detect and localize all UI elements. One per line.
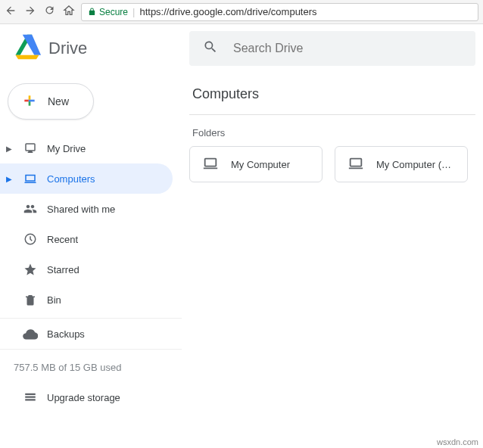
sidebar-item-label: Shared with me [47, 204, 115, 215]
storage-text: 757.5 MB of 15 GB used [0, 350, 182, 382]
reload-icon[interactable] [44, 5, 55, 19]
laptop-icon [202, 155, 219, 174]
browser-toolbar: Secure | https://drive.google.com/drive/… [0, 0, 483, 24]
logo-area: Drive [0, 33, 189, 64]
watermark: wsxdn.com [437, 437, 478, 446]
search-box[interactable] [189, 31, 475, 66]
backups-section: Backups [0, 319, 182, 350]
app-name: Drive [48, 39, 87, 58]
folder-card[interactable]: My Computer [189, 146, 323, 182]
sidebar-item-label: Computers [47, 173, 95, 185]
sidebar-item-label: My Drive [47, 143, 86, 154]
search-wrap [189, 31, 483, 66]
chevron-right-icon[interactable]: ▶ [5, 175, 14, 183]
home-icon[interactable] [63, 5, 75, 20]
chevron-right-icon[interactable]: ▶ [5, 145, 14, 153]
laptop-icon [347, 155, 364, 174]
sidebar-item-label: Recent [47, 234, 78, 245]
sidebar-item-shared[interactable]: Shared with me [0, 194, 173, 224]
url-separator: | [132, 6, 135, 17]
back-icon[interactable] [5, 5, 17, 20]
sidebar-item-label: Backups [47, 328, 85, 340]
computers-icon [23, 172, 38, 185]
sidebar-item-computers[interactable]: ▶ Computers [0, 163, 173, 194]
folder-card[interactable]: My Computer (1… [335, 146, 468, 182]
secure-label: Secure [99, 7, 128, 17]
people-icon [23, 202, 38, 216]
url-text: https://drive.google.com/drive/computers [139, 6, 316, 17]
drive-logo-icon [14, 33, 41, 64]
drive-icon [23, 142, 38, 155]
secure-indicator: Secure [88, 7, 128, 17]
sidebar-item-recent[interactable]: Recent [0, 224, 173, 254]
page-title: Computers [189, 73, 475, 115]
new-button[interactable]: New [8, 83, 94, 120]
new-button-label: New [48, 95, 69, 107]
browser-nav-icons [5, 5, 75, 20]
main-panel: Computers Folders My Computer My Compute… [182, 73, 483, 434]
nav-list: ▶ My Drive ▶ Computers Shared with me Re… [0, 133, 182, 319]
folder-label: My Computer (1… [376, 159, 455, 170]
forward-icon[interactable] [24, 5, 36, 20]
trash-icon [23, 293, 38, 306]
content-area: New ▶ My Drive ▶ Computers Shared with m… [0, 73, 483, 434]
svg-rect-1 [205, 158, 217, 166]
star-icon [23, 263, 38, 276]
app-header: Drive [0, 24, 483, 73]
sidebar: New ▶ My Drive ▶ Computers Shared with m… [0, 73, 182, 434]
sidebar-item-label: Bin [47, 294, 61, 306]
plus-icon [20, 92, 39, 112]
clock-icon [23, 232, 38, 246]
sidebar-item-backups[interactable]: Backups [0, 319, 173, 349]
storage-icon [23, 390, 38, 404]
svg-rect-2 [351, 158, 362, 166]
address-bar[interactable]: Secure | https://drive.google.com/drive/… [81, 3, 478, 21]
sidebar-item-upgrade[interactable]: Upgrade storage [0, 382, 173, 412]
cloud-icon [23, 326, 38, 341]
sidebar-item-bin[interactable]: Bin [0, 285, 173, 315]
lock-icon [88, 8, 96, 16]
search-icon [203, 39, 218, 58]
sidebar-item-my-drive[interactable]: ▶ My Drive [0, 133, 173, 163]
section-label: Folders [189, 115, 475, 146]
sidebar-item-label: Starred [47, 264, 79, 275]
folder-label: My Computer [231, 159, 290, 170]
search-input[interactable] [233, 42, 462, 55]
sidebar-item-label: Upgrade storage [47, 392, 120, 403]
sidebar-item-starred[interactable]: Starred [0, 254, 173, 285]
folder-grid: My Computer My Computer (1… [189, 146, 475, 182]
